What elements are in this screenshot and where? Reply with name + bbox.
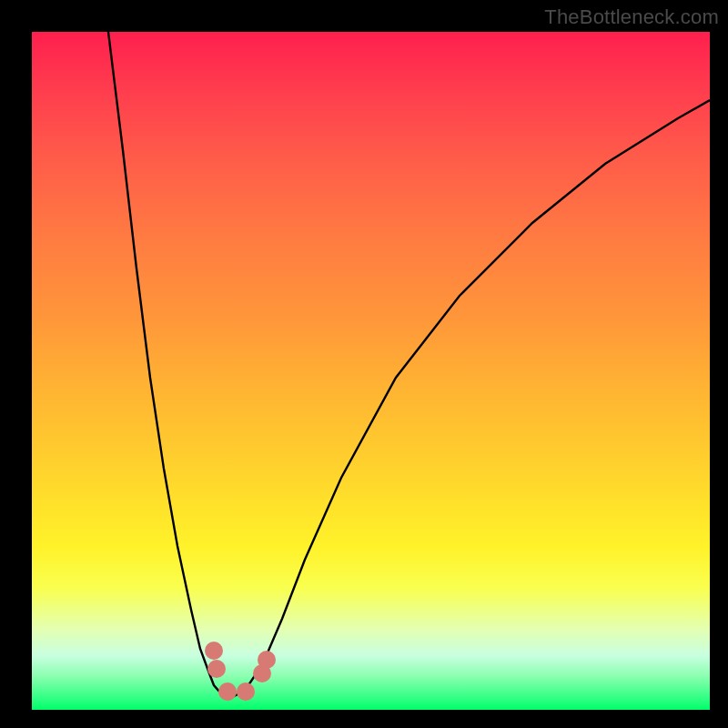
marker-right-upper: [258, 651, 276, 669]
watermark-text: TheBottleneck.com: [544, 5, 719, 29]
bottleneck-curve: [108, 32, 710, 696]
marker-group: [205, 642, 276, 701]
marker-left-lower: [207, 660, 226, 678]
marker-min-right: [237, 682, 255, 701]
marker-left-upper: [205, 642, 223, 660]
chart-frame: TheBottleneck.com: [0, 0, 728, 728]
chart-svg: [32, 32, 710, 710]
marker-min-left: [218, 682, 237, 701]
plot-area: [32, 32, 710, 710]
